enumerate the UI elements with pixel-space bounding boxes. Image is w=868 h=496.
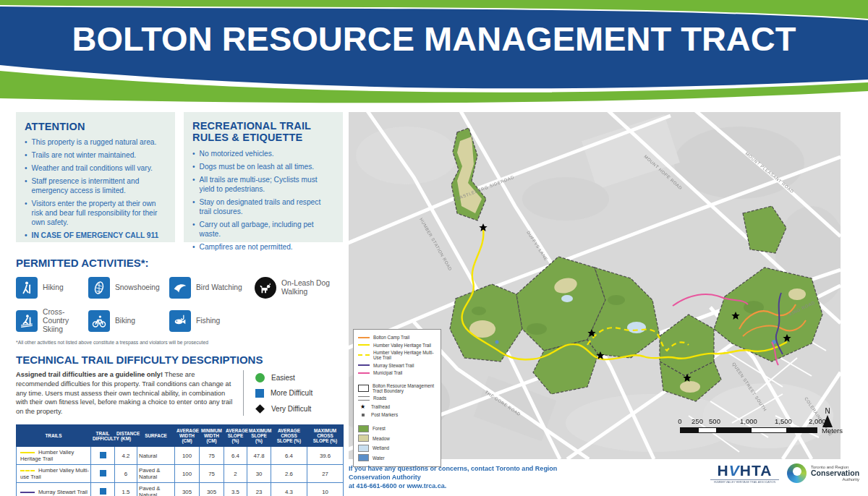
yellow-line-icon (358, 344, 370, 346)
trail-swatch-yellow (20, 452, 35, 453)
hvhta-tagline: HUMBER VALLEY HERITAGE TRAIL ASSOCIATION (710, 479, 779, 484)
bullet-dot: • (25, 150, 27, 160)
north-arrow-icon (822, 415, 833, 427)
rules-box: RECREATIONAL TRAIL RULES & ETIQUETTE •No… (184, 112, 343, 242)
activity-label: Biking (115, 317, 135, 325)
bullet-dot: • (25, 163, 27, 173)
activity-hiking: Hiking (16, 277, 88, 299)
scale-bar-segments (680, 427, 817, 433)
post-marker-icon (358, 412, 367, 417)
bullet-dot: • (25, 137, 27, 147)
bullet-dot: • (192, 162, 195, 171)
hvhta-v-mark: V (729, 462, 740, 479)
legend-murray-stewart-trail: Murray Stewart Trail (358, 363, 436, 368)
rules-bullet: •All trails are multi-use; Cyclists must… (192, 175, 334, 194)
north-label: N (820, 407, 835, 415)
trail-map: CASTLEDERG SIDEROAD MOUNT HOPE ROAD MOUN… (349, 112, 841, 459)
scale-tick-labels: 0 250 500 1,000 1,500 2,000 (674, 417, 837, 426)
bullet-dot: • (25, 231, 27, 240)
activity-label: On-Leash Dog Walking (281, 279, 343, 296)
north-arrow: N (820, 407, 835, 427)
attention-title: ATTENTION (25, 121, 166, 132)
legend-meadow: Meadow (358, 435, 436, 442)
bird-icon (169, 277, 191, 299)
attention-bullet: •This property is a rugged natural area. (25, 137, 166, 147)
rules-bullet: •Carry out all garbage, including pet wa… (192, 220, 334, 239)
legend-hv-multiuse-trail: Humber Valley Heritage Multi-Use Trail (358, 350, 436, 360)
contact-line-1: If you have any questions or concerns, c… (349, 464, 595, 482)
attention-bullet: •Staff presence is intermittent and emer… (25, 176, 166, 195)
snowshoeing-icon (88, 277, 110, 299)
trca-swirl-icon (787, 463, 807, 483)
attention-bullet: •Trails are not winter maintained. (25, 150, 166, 160)
permitted-activities-section: PERMITTED ACTIVITIES*: Hiking Snowshoein… (16, 257, 343, 345)
road-label: HUMBER STATION ROAD (419, 218, 453, 272)
rules-title: RECREATIONAL TRAIL RULES & ETIQUETTE (192, 121, 334, 144)
bullet-dot: • (192, 149, 195, 158)
legend-roads: Roads (358, 395, 436, 401)
bullet-dot: • (192, 175, 195, 194)
hiking-icon (16, 277, 38, 299)
activity-snowshoeing: Snowshoeing (88, 277, 169, 299)
activities-footnote: *All other activities not listed above c… (16, 340, 343, 345)
activity-xc-skiing: Cross-Country Skiing (16, 308, 88, 333)
more-difficult-square-icon (255, 389, 264, 398)
table-row: Murray Stewart Trail 1.5Paved & Natural … (17, 483, 344, 496)
trail-table: TRAILSTRAIL DIFFICULTYDISTANCE (KM)SURFA… (16, 424, 344, 496)
forest-chip-icon (358, 425, 369, 432)
map-scale-bar: 0 250 500 1,000 1,500 2,000 Meters (674, 417, 837, 448)
legend-water: Water (358, 454, 436, 461)
yellow-dashed-line-icon (358, 354, 370, 356)
activity-fishing: Fishing (169, 308, 255, 333)
legend-municipal-trail: Municipal Trail (358, 370, 436, 375)
rules-bullet: •No motorized vehicles. (192, 149, 334, 158)
trca-line-3: Authority (811, 477, 859, 482)
activity-biking: Biking (88, 308, 169, 333)
purple-line-icon (358, 364, 370, 366)
difficulty-paragraph: Assigned trail difficulties are a guidel… (16, 370, 233, 416)
hvhta-logo: HVHTA HUMBER VALLEY HERITAGE TRAIL ASSOC… (710, 463, 779, 484)
table-header-row: TRAILSTRAIL DIFFICULTYDISTANCE (KM)SURFA… (17, 425, 344, 447)
header-banner: BOLTON RESOURCE MANAGEMENT TRACT (0, 0, 868, 108)
activity-label: Bird Watching (196, 283, 242, 292)
permitted-activities-title: PERMITTED ACTIVITIES*: (16, 257, 343, 269)
legend-forest: Forest (358, 425, 436, 432)
legend-post-markers: Post Markers (358, 412, 436, 417)
attention-bullet: •Weather and trail conditions will vary. (25, 163, 166, 173)
attention-bullet: •Visitors enter the property at their ow… (25, 199, 166, 227)
activity-label: Cross-Country Skiing (43, 308, 88, 333)
difficulty-legend: Easiest More Difficult Very Difficult (243, 370, 312, 416)
activity-label: Hiking (43, 283, 64, 292)
very-difficult-diamond-icon (255, 404, 265, 414)
contact-info: If you have any questions or concerns, c… (349, 464, 595, 490)
pink-line-icon (358, 372, 370, 374)
page-title: BOLTON RESOURCE MANAGEMENT TRACT (0, 19, 868, 59)
trail-swatch-purple (20, 492, 35, 493)
attention-box: ATTENTION •This property is a rugged nat… (16, 112, 175, 242)
legend-wetland: Wetland (358, 445, 436, 452)
more-difficult-square-icon (100, 470, 106, 476)
difficulty-legend-easiest: Easiest (255, 373, 312, 382)
more-difficult-square-icon (100, 488, 106, 495)
scale-unit-label: Meters (822, 427, 843, 435)
rules-bullet: •Campfires are not permitted. (192, 242, 334, 252)
legend-hv-heritage-trail: Humber Valley Heritage Trail (358, 343, 436, 348)
water-chip-icon (358, 454, 369, 461)
biking-icon (88, 310, 110, 332)
easiest-circle-icon (255, 373, 265, 382)
bullet-dot: • (192, 197, 195, 216)
roads-icon (358, 396, 370, 401)
activity-label: Snowshoeing (115, 283, 160, 292)
legend-bolton-camp-trail: Bolton Camp Trail (358, 335, 436, 340)
activity-dog-walking: On-Leash Dog Walking (255, 277, 343, 299)
xc-skiing-icon (16, 310, 38, 332)
meadow-chip-icon (358, 435, 369, 442)
dog-walking-icon (255, 277, 276, 299)
rules-bullet: •Stay on designated trails and respect t… (192, 197, 334, 216)
difficulty-section: TECHNICAL TRAIL DIFFICULTY DESCRIPTIONS … (16, 354, 343, 416)
bullet-dot: • (192, 220, 195, 239)
activity-bird-watching: Bird Watching (169, 277, 255, 299)
info-boxes: ATTENTION •This property is a rugged nat… (16, 112, 343, 242)
attention-bullet-emergency: •IN CASE OF EMERGENCY CALL 911 (25, 231, 166, 240)
difficulty-legend-very: Very Difficult (255, 404, 312, 414)
